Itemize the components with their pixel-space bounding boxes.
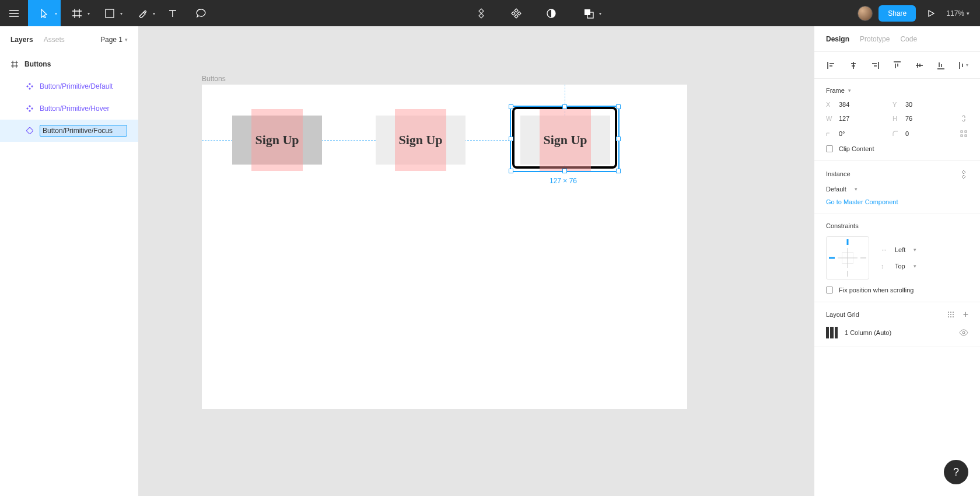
- x-field[interactable]: X384: [826, 101, 886, 108]
- union-icon: [583, 8, 594, 19]
- frame-section-title[interactable]: Frame ▾: [826, 87, 968, 94]
- svg-point-9: [950, 312, 951, 313]
- svg-point-15: [950, 316, 951, 317]
- align-right-button[interactable]: [870, 60, 880, 71]
- add-grid-button[interactable]: +: [963, 310, 968, 319]
- instance-options-button[interactable]: [959, 169, 968, 179]
- component-tool[interactable]: [467, 0, 495, 26]
- code-tab[interactable]: Code: [900, 35, 917, 43]
- align-bottom-button[interactable]: [936, 60, 946, 71]
- selection-dimensions: 127 × 76: [550, 177, 577, 185]
- distribute-button[interactable]: ▾: [958, 60, 968, 71]
- design-tab[interactable]: Design: [826, 35, 849, 43]
- constraints-section-title: Constraints: [826, 222, 968, 229]
- chevron-down-icon: ▾: [855, 186, 858, 192]
- svg-rect-4: [961, 131, 963, 132]
- independent-corners-button[interactable]: [959, 129, 968, 138]
- horizontal-constraint-select[interactable]: ↔ Left ▾: [881, 246, 916, 253]
- go-to-master-link[interactable]: Go to Master Component: [826, 198, 968, 205]
- button-label: Sign Up: [398, 132, 442, 148]
- layers-tab[interactable]: Layers: [10, 36, 33, 44]
- mask-icon: [546, 8, 556, 19]
- button-label: Sign Up: [255, 132, 299, 148]
- layer-frame-buttons[interactable]: Buttons: [0, 53, 138, 75]
- component-icon: [26, 82, 34, 90]
- align-vcenter-button[interactable]: [914, 60, 925, 71]
- pen-icon: [138, 9, 147, 18]
- user-avatar[interactable]: [858, 6, 873, 21]
- clip-content-checkbox[interactable]: Clip Content: [826, 145, 968, 152]
- top-toolbar: ▾ ▾ ▾ ▾ ▾: [0, 0, 980, 26]
- instance-icon: [26, 127, 34, 135]
- canvas[interactable]: Buttons Sign Up Sign Up Sign Up 127 × 76: [139, 26, 814, 496]
- play-icon: [927, 9, 935, 18]
- y-field[interactable]: Y30: [892, 101, 952, 108]
- chevron-down-icon: ▾: [967, 11, 970, 16]
- vertical-constraint-select[interactable]: ↕ Top ▾: [881, 263, 916, 270]
- text-tool[interactable]: [159, 0, 187, 26]
- svg-point-11: [948, 314, 949, 315]
- chevron-down-icon: ▾: [120, 11, 123, 16]
- constrain-proportions-button[interactable]: [959, 114, 968, 123]
- button-default-instance[interactable]: Sign Up: [232, 116, 322, 165]
- align-top-button[interactable]: [892, 60, 902, 71]
- page-selector[interactable]: Page 1 ▾: [100, 36, 128, 44]
- button-focus-instance[interactable]: Sign Up: [520, 116, 610, 165]
- chevron-down-icon: ▾: [599, 11, 601, 16]
- shape-tool[interactable]: ▾: [93, 0, 126, 26]
- zoom-selector[interactable]: 117% ▾: [946, 9, 970, 18]
- assets-tab[interactable]: Assets: [44, 36, 65, 44]
- question-icon: ?: [953, 466, 959, 478]
- mask-tool[interactable]: [537, 0, 565, 26]
- help-button[interactable]: ?: [944, 460, 968, 484]
- radius-field[interactable]: 0: [892, 130, 952, 137]
- constraints-widget[interactable]: [826, 236, 869, 280]
- main-menu-button[interactable]: [0, 0, 28, 26]
- layout-grid-section-title: Layout Grid: [826, 311, 859, 318]
- columns-icon: [826, 327, 838, 338]
- chevron-down-icon: ▾: [125, 37, 128, 43]
- right-panel: Design Prototype Code ▾ Frame ▾ X384 Y30…: [814, 26, 980, 496]
- svg-rect-7: [965, 135, 967, 137]
- create-component-tool[interactable]: [502, 0, 530, 26]
- w-field[interactable]: W127: [826, 115, 886, 122]
- h-field[interactable]: H76: [892, 115, 952, 122]
- comment-icon: [195, 8, 206, 19]
- text-icon: [168, 9, 177, 18]
- present-button[interactable]: [922, 0, 940, 26]
- align-hcenter-button[interactable]: [848, 60, 859, 71]
- grid-settings-button[interactable]: [947, 310, 955, 319]
- svg-rect-5: [965, 131, 967, 132]
- svg-point-14: [948, 316, 949, 317]
- align-left-button[interactable]: [826, 60, 836, 71]
- instance-variant-selector[interactable]: Default ▾: [826, 186, 968, 193]
- layer-component-default[interactable]: Button/Primitive/Default: [0, 75, 138, 97]
- layer-component-hover[interactable]: Button/Primitive/Hover: [0, 97, 138, 120]
- layer-instance-focus[interactable]: [0, 120, 138, 142]
- component-icon: [26, 104, 34, 113]
- rotation-field[interactable]: 0°: [826, 130, 886, 137]
- chevron-down-icon: ▾: [848, 88, 851, 93]
- cursor-icon: [40, 9, 48, 18]
- layer-rename-input[interactable]: [40, 125, 127, 137]
- frame-title-label[interactable]: Buttons: [202, 75, 226, 83]
- vertical-arrow-icon: ↕: [881, 263, 889, 270]
- frame-icon: [10, 60, 19, 68]
- comment-tool[interactable]: [187, 0, 215, 26]
- fix-position-checkbox[interactable]: Fix position when scrolling: [826, 287, 968, 294]
- svg-point-13: [953, 314, 954, 315]
- button-label: Sign Up: [543, 132, 587, 148]
- layout-grid-item[interactable]: 1 Column (Auto): [826, 327, 968, 338]
- hamburger-icon: [9, 10, 19, 17]
- boolean-tool[interactable]: ▾: [572, 0, 605, 26]
- svg-point-10: [953, 312, 954, 313]
- pen-tool[interactable]: ▾: [126, 0, 159, 26]
- four-diamonds-icon: [510, 8, 522, 19]
- move-tool[interactable]: ▾: [28, 0, 61, 26]
- frame-tool[interactable]: ▾: [61, 0, 93, 26]
- visibility-toggle[interactable]: [959, 329, 968, 336]
- prototype-tab[interactable]: Prototype: [860, 35, 890, 43]
- chevron-down-icon: ▾: [88, 11, 90, 16]
- share-button[interactable]: Share: [878, 5, 916, 22]
- button-hover-instance[interactable]: Sign Up: [376, 116, 466, 165]
